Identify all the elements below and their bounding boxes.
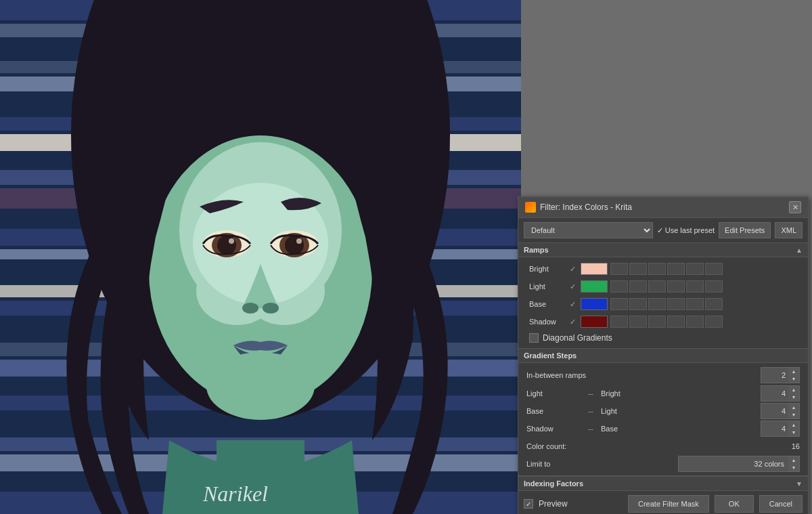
base-btn-4[interactable] [667,298,685,310]
shadow-base-row: Shadow -- Base 4 ▲ ▼ [518,420,808,437]
shadow-dash: -- [581,425,601,433]
gradient-steps-content: In-between ramps 2 ▲ ▼ Light -- Bright 4… [518,363,808,475]
ramps-collapse-icon[interactable]: ▲ [796,247,803,254]
shadow-swatch[interactable] [581,316,608,328]
base-btn-1[interactable] [610,298,628,310]
preview-label: Preview [539,499,568,509]
base-swatch[interactable] [581,298,608,310]
in-between-label: In-between ramps [526,371,761,379]
shadow-base-down[interactable]: ▼ [788,429,799,436]
ok-button[interactable]: OK [715,495,754,513]
in-between-spinbox[interactable]: 2 ▲ ▼ [761,367,800,383]
gradient-steps-header: Gradient Steps [518,349,808,363]
base-light-arrows[interactable]: ▲ ▼ [788,404,799,419]
shadow-btn-3[interactable] [648,316,666,328]
use-last-preset-label[interactable]: ✓ Use last preset [657,226,715,235]
edit-presets-button[interactable]: Edit Presets [719,222,771,238]
bright-right-label: Bright [601,389,641,398]
svg-point-43 [242,303,258,314]
base-light-down[interactable]: ▼ [788,411,799,419]
light-dash: -- [581,389,601,398]
svg-point-42 [296,238,302,244]
base-dash: -- [581,407,601,415]
color-count-label: Color count: [526,442,792,450]
diagonal-gradients-row: Diagonal Gradients [518,330,808,345]
light-btn-2[interactable] [629,280,647,293]
bright-btn-group [610,263,723,275]
gradient-steps-title: Gradient Steps [524,351,577,360]
bright-btn-6[interactable] [705,263,723,275]
bright-btn-1[interactable] [610,263,628,275]
light-bright-row: Light -- Bright 4 ▲ ▼ [518,385,808,402]
diagonal-checkbox[interactable] [529,333,539,343]
bright-btn-3[interactable] [648,263,666,275]
light-bright-spinbox[interactable]: 4 ▲ ▼ [761,385,800,402]
light-btn-group [610,280,723,293]
xml-button[interactable]: XML [775,222,803,238]
shadow-btn-1[interactable] [610,316,628,328]
base-btn-3[interactable] [648,298,666,310]
limit-down[interactable]: ▼ [788,464,799,471]
light-check: ✓ [570,282,581,291]
light-btn-1[interactable] [610,280,628,293]
shadow-base-arrows[interactable]: ▲ ▼ [788,421,799,436]
shadow-btn-6[interactable] [705,316,723,328]
bright-check: ✓ [570,265,581,274]
svg-text:Narikel: Narikel [202,481,268,506]
bright-btn-5[interactable] [686,263,704,275]
ramps-title: Ramps [524,246,549,254]
base-btn-5[interactable] [686,298,704,310]
base-right-label: Base [601,425,641,433]
limit-spinbox[interactable]: 32 colors ▲ ▼ [678,456,800,472]
bright-btn-4[interactable] [667,263,685,275]
bright-buttons [610,263,800,275]
shadow-btn-2[interactable] [629,316,647,328]
indexing-collapse-icon[interactable]: ▼ [796,480,803,488]
in-between-up[interactable]: ▲ [788,368,799,375]
base-buttons [610,298,800,310]
light-bright-up[interactable]: ▲ [788,386,799,393]
in-between-down[interactable]: ▼ [788,375,799,383]
dialog-title: Filter: Index Colors - Krita [540,202,632,212]
base-btn-2[interactable] [629,298,647,310]
limit-up[interactable]: ▲ [788,456,799,464]
shadow-base-up[interactable]: ▲ [788,421,799,429]
light-bright-down[interactable]: ▼ [788,393,799,401]
shadow-btn-5[interactable] [686,316,704,328]
base-btn-6[interactable] [705,298,723,310]
base-light-row: Base -- Light 4 ▲ ▼ [518,402,808,420]
base-light-up[interactable]: ▲ [788,404,799,411]
close-button[interactable]: ✕ [789,201,801,213]
ramps-section-header: Ramps ▲ [518,243,808,257]
shadow-btn-group [610,316,723,328]
bright-label: Bright [529,265,570,273]
create-filter-mask-button[interactable]: Create Filter Mask [628,495,709,513]
bright-swatch[interactable] [581,263,608,275]
light-btn-3[interactable] [648,280,666,293]
light-swatch[interactable] [581,280,608,293]
canvas-area: Narikel [0,0,521,514]
base-check: ✓ [570,300,581,309]
base-light-spinbox[interactable]: 4 ▲ ▼ [761,403,800,419]
limit-arrows[interactable]: ▲ ▼ [788,456,799,471]
base-label: Base [529,300,570,308]
krita-icon [525,202,536,213]
bright-btn-2[interactable] [629,263,647,275]
shadow-btn-4[interactable] [667,316,685,328]
light-label: Light [529,282,570,291]
light-btn-4[interactable] [667,280,685,293]
preview-checkbox[interactable]: ✓ [524,499,533,509]
preset-dropdown[interactable]: Default [524,222,653,238]
shadow-base-spinbox[interactable]: 4 ▲ ▼ [761,421,800,437]
in-between-arrows[interactable]: ▲ ▼ [788,368,799,383]
shadow-label: Shadow [529,318,570,326]
light-buttons [610,280,800,293]
top-controls-row: Default ✓ Use last preset Edit Presets X… [518,218,808,243]
indexing-factors-title: Indexing Factors [524,479,583,488]
base-light-value: 4 [761,404,788,419]
cancel-button[interactable]: Cancel [759,495,803,513]
light-btn-6[interactable] [705,280,723,293]
light-bright-arrows[interactable]: ▲ ▼ [788,386,799,401]
light-btn-5[interactable] [686,280,704,293]
dialog-titlebar: Filter: Index Colors - Krita ✕ [518,197,808,218]
